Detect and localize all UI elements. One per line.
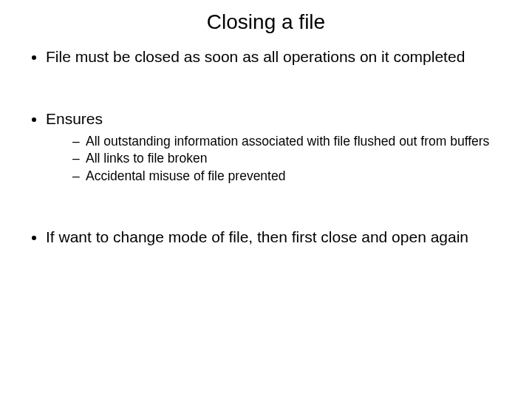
- slide: Closing a file File must be closed as so…: [0, 0, 532, 399]
- bullet-list: If want to change mode of file, then fir…: [22, 228, 510, 247]
- spacer: [22, 186, 510, 228]
- bullet-item: File must be closed as soon as all opera…: [46, 47, 510, 66]
- bullet-list: Ensures All outstanding information asso…: [22, 109, 510, 185]
- sub-bullet-item: All outstanding information associated w…: [72, 134, 510, 150]
- slide-title: Closing a file: [22, 10, 510, 34]
- sub-bullet-item: All links to file broken: [72, 151, 510, 167]
- sub-bullet-list: All outstanding information associated w…: [46, 134, 510, 185]
- bullet-item: If want to change mode of file, then fir…: [46, 228, 510, 247]
- bullet-text: Ensures: [46, 110, 103, 127]
- sub-bullet-item: Accidental misuse of file prevented: [72, 168, 510, 185]
- bullet-item: Ensures All outstanding information asso…: [46, 109, 510, 185]
- bullet-list: File must be closed as soon as all opera…: [22, 47, 510, 66]
- spacer: [22, 66, 510, 109]
